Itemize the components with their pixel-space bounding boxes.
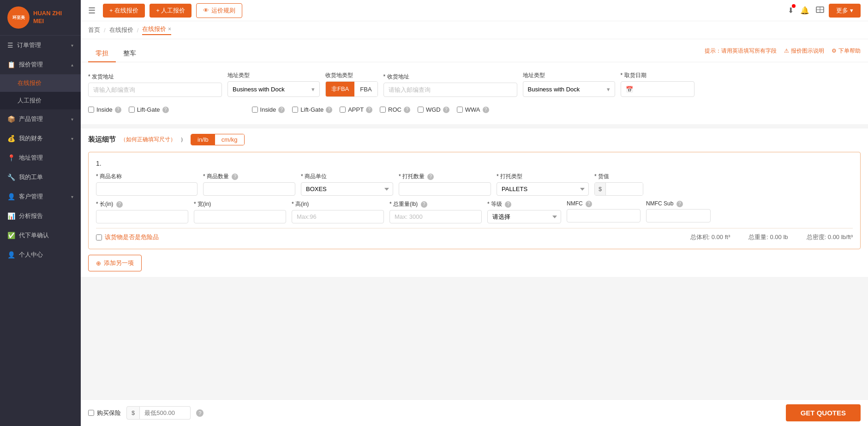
- width-input[interactable]: [194, 210, 286, 223]
- dest-inside-checkbox[interactable]: [252, 107, 258, 113]
- wwa-help-icon[interactable]: ?: [483, 107, 489, 113]
- sidebar-item-manual-quote[interactable]: 人工报价: [0, 92, 81, 109]
- dest-addr-type-value: Business with Dock: [528, 86, 580, 93]
- get-quotes-button[interactable]: GET QUOTES: [786, 404, 861, 421]
- origin-addr-type-selector: Business with Dock ▾: [227, 81, 320, 97]
- inside-help-icon[interactable]: ?: [115, 107, 121, 113]
- pallet-type-select[interactable]: PALLETS CRATES: [497, 182, 589, 196]
- download-badge: [792, 4, 796, 8]
- item-row-2: * 长(in) ? * 宽(in) * 高(in): [96, 200, 853, 223]
- language-icon[interactable]: [816, 6, 824, 16]
- height-input[interactable]: [292, 210, 384, 223]
- download-icon[interactable]: ⬇: [788, 6, 794, 15]
- add-item-button[interactable]: ⊕ 添加另一项: [88, 255, 142, 271]
- pallet-qty-help-icon[interactable]: ?: [427, 174, 434, 180]
- unit-select[interactable]: BOXES PALLETS PIECES: [301, 182, 393, 196]
- insurance-amount-input[interactable]: [140, 406, 191, 420]
- nmfc-sub-input[interactable]: [646, 209, 711, 222]
- total-weight-sum: 总重量: 0.00 lb: [748, 233, 788, 241]
- dest-liftgate-help-icon[interactable]: ?: [326, 107, 332, 113]
- sidebar-item-personal-center[interactable]: 👤 个人中心: [0, 245, 81, 264]
- appt-checkbox[interactable]: [340, 107, 346, 113]
- quantity-input[interactable]: [203, 182, 295, 196]
- order-help-link[interactable]: ⚙ 下单帮助: [832, 47, 861, 54]
- liftgate-help-icon[interactable]: ?: [162, 107, 169, 113]
- breadcrumb-online-quote[interactable]: 在线报价: [109, 26, 133, 34]
- nmfc-sub-label: NMFC Sub ?: [646, 200, 711, 207]
- unit-in-lb[interactable]: in/lb: [191, 134, 215, 145]
- wwa-checkbox[interactable]: [457, 107, 463, 113]
- inside-checkbox[interactable]: [88, 107, 94, 113]
- value-input[interactable]: [606, 183, 643, 195]
- quantity-help-icon[interactable]: ?: [232, 174, 238, 180]
- breadcrumb-home[interactable]: 首页: [88, 26, 100, 34]
- dest-input[interactable]: [383, 83, 517, 97]
- manual-quote-button[interactable]: + 人工报价: [150, 4, 192, 18]
- origin-inside-check[interactable]: Inside ?: [88, 106, 121, 113]
- nmfc-sub-help-icon[interactable]: ?: [676, 201, 683, 207]
- appt-check[interactable]: APPT ?: [340, 106, 372, 113]
- origin-input[interactable]: [88, 83, 222, 97]
- sidebar-item-product-mgmt[interactable]: 📦 产品管理 ▾: [0, 109, 81, 129]
- nmfc-help-icon[interactable]: ?: [586, 201, 592, 207]
- hamburger-icon[interactable]: ☰: [88, 6, 96, 16]
- length-help-icon[interactable]: ?: [116, 201, 123, 208]
- sidebar-item-customer-mgmt[interactable]: 👤 客户管理 ▾: [0, 187, 81, 206]
- roc-help-icon[interactable]: ?: [404, 107, 410, 113]
- total-weight-input[interactable]: [389, 210, 482, 223]
- section-hint[interactable]: （如何正确填写尺寸）: [120, 136, 176, 144]
- roc-checkbox[interactable]: [380, 107, 386, 113]
- dest-inside-help-icon[interactable]: ?: [278, 107, 285, 113]
- sidebar-item-address-mgmt[interactable]: 📍 地址管理: [0, 148, 81, 168]
- quantity-label: * 商品数量 ?: [203, 173, 295, 180]
- sidebar-item-order-confirm[interactable]: ✅ 代下单确认: [0, 226, 81, 245]
- dest-liftgate-check[interactable]: Lift-Gate ?: [292, 106, 332, 113]
- sidebar-item-finance[interactable]: 💰 我的财务 ▾: [0, 129, 81, 148]
- wgd-checkbox[interactable]: [418, 107, 424, 113]
- wgd-help-icon[interactable]: ?: [443, 107, 449, 113]
- grade-help-icon[interactable]: ?: [505, 201, 511, 208]
- pallet-qty-input[interactable]: [399, 182, 491, 196]
- origin-liftgate-check[interactable]: Lift-Gate ?: [129, 106, 169, 113]
- breadcrumb-close-icon[interactable]: ×: [168, 26, 171, 32]
- dest-addr-type-selector[interactable]: Business with Dock ▾: [523, 81, 615, 97]
- fba-button[interactable]: FBA: [354, 82, 377, 96]
- tab-ftl[interactable]: 整车: [116, 46, 144, 62]
- insurance-label[interactable]: 购买保险: [88, 409, 121, 417]
- pricing-rules-button[interactable]: 👁 运价规则: [196, 3, 242, 18]
- danger-checkbox[interactable]: [96, 234, 102, 240]
- quote-diagram-link[interactable]: ⚠ 报价图示说明: [784, 47, 824, 54]
- more-button[interactable]: 更多 ▾: [829, 4, 861, 18]
- length-input[interactable]: [96, 210, 188, 223]
- wgd-check[interactable]: WGD ?: [418, 106, 449, 113]
- online-quote-button[interactable]: + 在线报价: [103, 4, 145, 18]
- pickup-date-input[interactable]: 📅: [621, 81, 694, 97]
- nmfc-input[interactable]: [567, 209, 641, 222]
- sidebar-item-my-tasks[interactable]: 🔧 我的工单: [0, 168, 81, 187]
- dest-inside-check[interactable]: Inside ?: [252, 106, 285, 113]
- origin-addr-type-value: Business with Dock: [233, 86, 285, 93]
- notification-icon[interactable]: 🔔: [800, 6, 809, 15]
- appt-help-icon[interactable]: ?: [366, 107, 372, 113]
- wwa-check[interactable]: WWA ?: [457, 106, 489, 113]
- non-fba-button[interactable]: 非FBA: [326, 82, 354, 96]
- total-weight-help-icon[interactable]: ?: [421, 201, 427, 208]
- sidebar-item-quote-mgmt[interactable]: 📋 报价管理 ▴: [0, 55, 81, 74]
- insurance-help-icon[interactable]: ?: [196, 409, 204, 417]
- logo-area: 环至美 HUAN ZHI MEI: [0, 0, 81, 36]
- sidebar-item-order-mgmt[interactable]: ☰ 订单管理 ▾: [0, 36, 81, 55]
- dest-liftgate-checkbox[interactable]: [292, 107, 298, 113]
- grade-select[interactable]: 请选择: [487, 210, 561, 223]
- tabs-bar: 零担 整车 提示：提示：请用英语填写所有字段请用英语填写所有字段 ⚠ 报价图示说…: [81, 39, 868, 62]
- roc-check[interactable]: ROC ?: [380, 106, 410, 113]
- danger-checkbox-label[interactable]: 该货物是否是危险品: [96, 233, 159, 241]
- sidebar-item-online-quote[interactable]: 在线报价: [0, 74, 81, 92]
- tab-ltl[interactable]: 零担: [88, 46, 116, 62]
- insurance-checkbox[interactable]: [88, 410, 94, 416]
- product-name-input[interactable]: [96, 182, 198, 196]
- product-mgmt-icon: 📦: [7, 115, 15, 123]
- liftgate-checkbox[interactable]: [129, 107, 135, 113]
- breadcrumb-current[interactable]: 在线报价 ×: [142, 25, 171, 35]
- sidebar-item-analytics[interactable]: 📊 分析报告: [0, 206, 81, 226]
- unit-cm-kg[interactable]: cm/kg: [215, 134, 244, 145]
